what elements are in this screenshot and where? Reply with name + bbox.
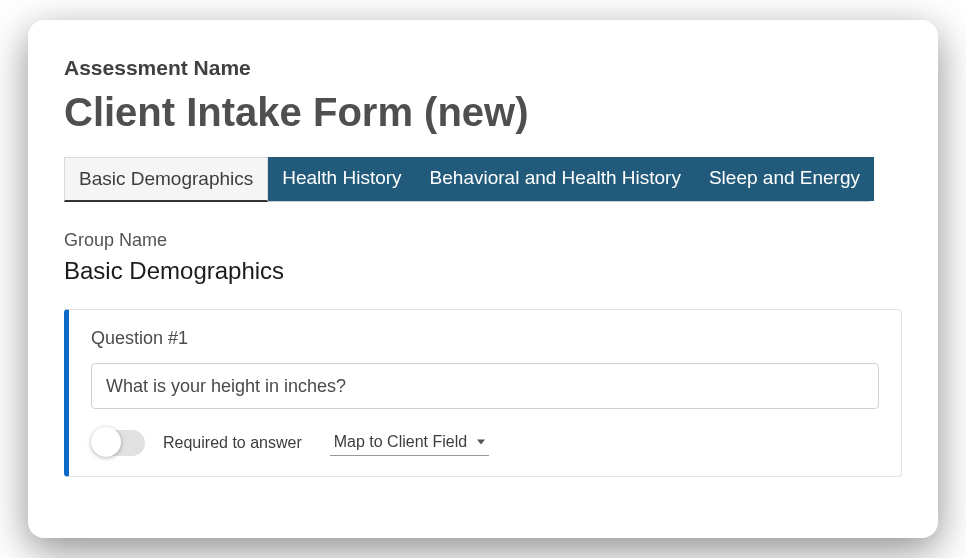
toggle-knob <box>91 427 121 457</box>
assessment-name-label: Assessment Name <box>64 56 902 80</box>
required-toggle-label: Required to answer <box>163 434 302 452</box>
chevron-down-icon <box>477 440 485 445</box>
tab-basic-demographics[interactable]: Basic Demographics <box>64 157 268 202</box>
question-number-label: Question #1 <box>91 328 879 349</box>
group-title: Basic Demographics <box>64 257 902 285</box>
question-controls-row: Required to answer Map to Client Field <box>91 429 879 456</box>
tab-behavioral-health-history[interactable]: Behavioral and Health History <box>416 157 695 201</box>
map-to-client-field-select[interactable]: Map to Client Field <box>330 429 489 456</box>
tabs-bar: Basic Demographics Health History Behavi… <box>64 157 870 202</box>
question-text-input[interactable] <box>91 363 879 409</box>
tab-sleep-energy[interactable]: Sleep and Energy <box>695 157 874 201</box>
tab-health-history[interactable]: Health History <box>268 157 415 201</box>
assessment-title: Client Intake Form (new) <box>64 90 902 135</box>
form-builder-card: Assessment Name Client Intake Form (new)… <box>28 20 938 538</box>
map-select-label: Map to Client Field <box>334 433 467 451</box>
required-toggle[interactable] <box>91 430 145 456</box>
question-card: Question #1 Required to answer Map to Cl… <box>64 309 902 477</box>
group-name-label: Group Name <box>64 230 902 251</box>
